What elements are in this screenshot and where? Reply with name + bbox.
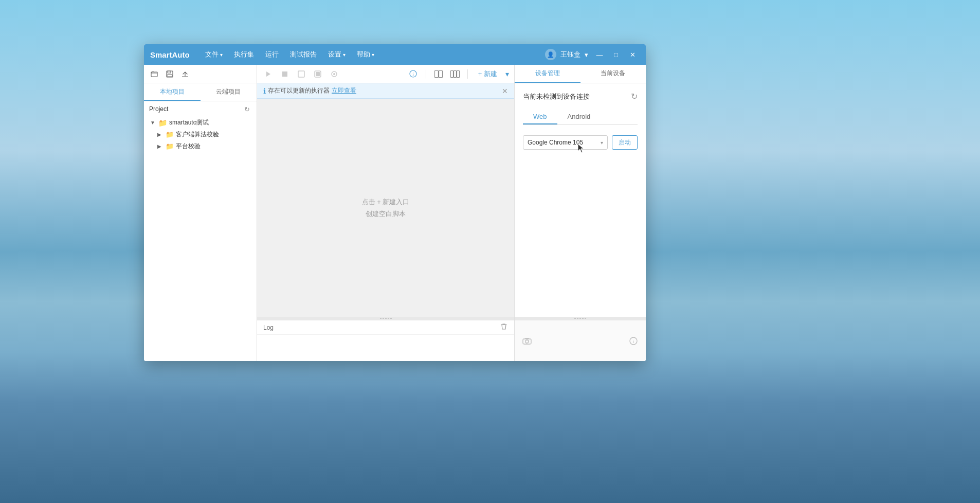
app-window: SmartAuto 文件 ▾ 执行集 运行 测试报告 设置 ▾ 帮助 ▾ <box>144 44 646 361</box>
svg-rect-16 <box>453 70 456 77</box>
export-button[interactable] <box>179 68 191 80</box>
svg-text:i: i <box>413 71 414 77</box>
log-label: Log <box>263 324 274 331</box>
toolbar-divider <box>426 69 426 79</box>
browser-select-value: Google Chrome 105 <box>528 139 583 146</box>
svg-point-19 <box>525 340 529 343</box>
script-area: 点击 + 新建入口 创建空白脚本 <box>257 99 514 317</box>
new-button[interactable]: + 新建 <box>474 68 501 80</box>
notification-text: 存在可以更新的执行器 <box>268 86 330 95</box>
window-controls: — □ ✕ <box>592 47 640 62</box>
menu-help[interactable]: 帮助 ▾ <box>352 48 379 61</box>
menu-bar: 文件 ▾ 执行集 运行 测试报告 设置 ▾ 帮助 ▾ <box>200 48 545 61</box>
save-button[interactable] <box>164 68 176 80</box>
title-bar-right: 👤 王钰盒 ▾ <box>545 49 588 60</box>
svg-rect-13 <box>434 70 438 77</box>
stop-button[interactable] <box>279 68 291 80</box>
project-label: Project <box>149 105 168 113</box>
layout-3col-button[interactable] <box>449 68 461 80</box>
menu-report[interactable]: 测试报告 <box>285 48 322 61</box>
right-panel: 设备管理 当前设备 当前未检测到设备连接 ↻ Web Android Googl… <box>514 65 646 361</box>
divider-handle <box>378 318 393 319</box>
refresh-button[interactable]: ↻ <box>242 104 251 114</box>
maximize-button[interactable]: □ <box>609 47 623 62</box>
close-button[interactable]: ✕ <box>625 47 640 62</box>
device-status-text: 当前未检测到设备连接 <box>523 92 590 101</box>
minimize-button[interactable]: — <box>592 47 607 62</box>
svg-rect-2 <box>168 71 171 73</box>
log-header: Log <box>257 320 514 335</box>
notification-icon: ℹ <box>263 87 266 95</box>
new-folder-button[interactable] <box>148 68 160 80</box>
device-refresh-button[interactable]: ↻ <box>631 92 638 101</box>
tree-child2-label: 平台校验 <box>176 142 201 151</box>
sidebar-tabs: 本地项目 云端项目 <box>144 83 257 101</box>
screenshot-button[interactable] <box>521 335 533 347</box>
sidebar: 本地项目 云端项目 Project ↻ ▼ 📁 smartauto测试 ▶ 📁 … <box>144 65 257 361</box>
browser-select[interactable]: Google Chrome 105 ▾ <box>523 135 608 150</box>
svg-rect-8 <box>316 72 320 76</box>
notification-link[interactable]: 立即查看 <box>332 86 356 95</box>
menu-run[interactable]: 运行 <box>260 48 284 61</box>
expand-arrow-root: ▼ <box>150 120 156 125</box>
right-panel-tabs: 设备管理 当前设备 <box>515 65 646 83</box>
svg-rect-3 <box>167 75 172 77</box>
user-name[interactable]: 王钰盒 <box>560 50 580 59</box>
svg-rect-15 <box>450 70 453 77</box>
center-panel: i + 新建 ▾ ℹ 存在可以更新的执行器 立即查看 ✕ <box>257 65 514 361</box>
expand-arrow-child2: ▶ <box>157 143 164 149</box>
tree-child1-label: 客户端算法校验 <box>176 130 219 139</box>
user-avatar: 👤 <box>545 49 556 60</box>
project-header: Project ↻ <box>144 101 257 117</box>
settings-button[interactable] <box>328 68 340 80</box>
tab-current-device[interactable]: 当前设备 <box>580 65 646 83</box>
layout-2col-button[interactable] <box>432 68 445 80</box>
new-dropdown-arrow[interactable]: ▾ <box>505 70 509 78</box>
tree-root[interactable]: ▼ 📁 smartauto测试 <box>144 117 257 129</box>
main-content: 本地项目 云端项目 Project ↻ ▼ 📁 smartauto测试 ▶ 📁 … <box>144 65 646 361</box>
tab-web[interactable]: Web <box>523 110 557 124</box>
sidebar-toolbar <box>144 65 257 83</box>
right-panel-content: 当前未检测到设备连接 ↻ Web Android Google Chrome 1… <box>515 83 646 317</box>
center-toolbar: i + 新建 ▾ <box>257 65 514 83</box>
tree-child-2[interactable]: ▶ 📁 平台校验 <box>144 140 257 152</box>
menu-file[interactable]: 文件 ▾ <box>200 48 228 61</box>
folder-icon-child2: 📁 <box>166 142 174 150</box>
svg-rect-17 <box>457 70 459 77</box>
log-panel: Log <box>257 320 514 361</box>
select-dropdown-arrow: ▾ <box>601 140 603 146</box>
tab-local-project[interactable]: 本地项目 <box>144 83 201 101</box>
user-arrow: ▾ <box>585 51 588 59</box>
tree-root-label: smartauto测试 <box>169 118 209 127</box>
svg-rect-0 <box>151 72 157 77</box>
device-status-row: 当前未检测到设备连接 ↻ <box>523 92 638 101</box>
svg-text:i: i <box>633 339 634 344</box>
start-button[interactable]: 启动 <box>612 135 638 150</box>
tab-device-management[interactable]: 设备管理 <box>515 65 580 83</box>
app-logo: SmartAuto <box>150 50 190 59</box>
device-info-button[interactable]: i <box>627 335 640 347</box>
svg-rect-5 <box>282 71 287 77</box>
notification-close-button[interactable]: ✕ <box>502 87 508 95</box>
file-tree: ▼ 📁 smartauto测试 ▶ 📁 客户端算法校验 ▶ 📁 平台校验 <box>144 117 257 152</box>
notification-bar: ℹ 存在可以更新的执行器 立即查看 ✕ <box>257 83 514 99</box>
title-bar: SmartAuto 文件 ▾ 执行集 运行 测试报告 设置 ▾ 帮助 ▾ <box>144 44 646 65</box>
play-button[interactable] <box>262 68 275 80</box>
step-button[interactable] <box>295 68 307 80</box>
folder-icon-child1: 📁 <box>166 131 174 138</box>
record-button[interactable] <box>312 68 324 80</box>
expand-arrow-child1: ▶ <box>157 132 164 137</box>
menu-settings[interactable]: 设置 ▾ <box>323 48 351 61</box>
toolbar-divider-2 <box>467 69 468 79</box>
tree-child-1[interactable]: ▶ 📁 客户端算法校验 <box>144 129 257 140</box>
info-button[interactable]: i <box>407 68 420 80</box>
folder-icon-root: 📁 <box>158 119 167 127</box>
browser-row: Google Chrome 105 ▾ 启动 <box>523 135 638 150</box>
log-clear-button[interactable] <box>500 322 508 332</box>
tab-android[interactable]: Android <box>557 110 601 124</box>
svg-point-10 <box>333 73 335 75</box>
tab-cloud-project[interactable]: 云端项目 <box>201 83 257 101</box>
menu-executeset[interactable]: 执行集 <box>229 48 259 61</box>
svg-marker-4 <box>266 71 270 77</box>
right-bottom-panel: i <box>515 320 646 361</box>
